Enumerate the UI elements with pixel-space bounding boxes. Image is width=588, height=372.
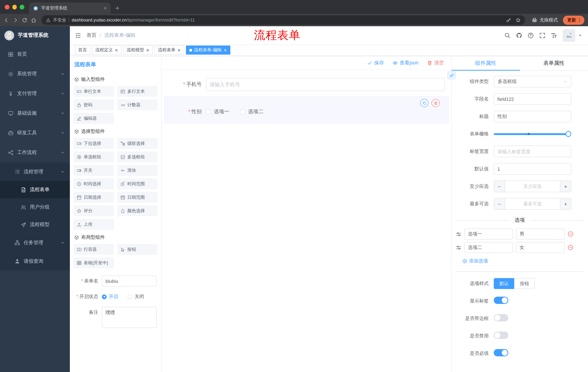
fullscreen-icon[interactable] [539, 32, 546, 38]
browser-menu-icon[interactable] [577, 18, 582, 22]
component-密码[interactable]: 密码 [74, 99, 114, 110]
slider-handle[interactable] [566, 131, 571, 137]
avatar-caret-icon[interactable] [578, 33, 582, 37]
sidebar-item-支付管理[interactable]: 支付管理 [0, 84, 70, 103]
component-日期范围[interactable]: 日期范围 [117, 192, 158, 203]
field-name-input[interactable] [494, 93, 571, 105]
bookmark-star-icon[interactable] [515, 18, 521, 22]
form-remark-textarea[interactable]: 嘿嘿 [102, 307, 157, 328]
remove-option-icon[interactable] [568, 244, 573, 250]
add-option-button[interactable]: 添加选项 [452, 255, 588, 265]
gender-option-2-checkbox[interactable]: 选项二 [240, 108, 263, 115]
update-button[interactable]: 更新 [563, 15, 584, 25]
tab-close-icon[interactable] [103, 6, 107, 10]
not-secure-warning-icon[interactable] [46, 18, 51, 22]
option-value-input[interactable] [516, 242, 565, 253]
switch-是否必填[interactable] [494, 349, 508, 356]
window-zoom-button[interactable] [20, 5, 24, 9]
sidebar-item-用户分组[interactable]: 用户分组 [0, 198, 70, 216]
component-按钮[interactable]: 按钮 [117, 244, 158, 255]
component-多行文本[interactable]: 多行文本 [117, 86, 158, 97]
action-查看json[interactable]: 查看json [393, 60, 419, 66]
default-value-input[interactable] [494, 163, 571, 175]
component-日期选择[interactable]: 日期选择 [74, 192, 114, 203]
form-name-input[interactable] [102, 276, 157, 287]
user-avatar[interactable] [563, 29, 575, 42]
component-颜色选择[interactable]: 颜色选择 [117, 205, 158, 216]
component-编辑器[interactable]: 编辑器 [74, 113, 114, 124]
sidebar-fold-icon[interactable] [75, 32, 81, 38]
status-on-radio[interactable]: 开启 [102, 293, 118, 300]
grid-slider[interactable] [494, 128, 571, 140]
help-icon[interactable] [528, 32, 534, 38]
sidebar-item-首页[interactable]: 首页 [0, 44, 70, 64]
stepper-decrease-button[interactable]: − [494, 181, 505, 192]
search-icon[interactable] [504, 32, 511, 38]
new-tab-button[interactable] [115, 6, 120, 11]
tag-首页[interactable]: 首页 [75, 45, 90, 55]
sidebar-item-研发工具[interactable]: 研发工具 [0, 123, 70, 143]
address-bar[interactable]: 不安全 dashboard.yudao.iocoder.cn/bpm/manag… [42, 15, 525, 25]
copy-component-button[interactable] [420, 99, 428, 107]
sidebar-item-请假查询[interactable]: 请假查询 [0, 252, 70, 270]
sidebar-item-流程管理[interactable]: 流程管理 [0, 162, 70, 181]
component-单行文本[interactable]: 单行文本 [74, 86, 114, 97]
home-button[interactable] [31, 17, 36, 23]
sidebar-item-系统管理[interactable]: 系统管理 [0, 64, 70, 84]
tag-流程模型[interactable]: 流程模型 [123, 45, 153, 55]
component-单选框组[interactable]: 单选框组 [74, 151, 114, 162]
component-type-select[interactable]: 多选框组 [494, 76, 571, 87]
password-key-icon[interactable] [506, 18, 511, 22]
slider-track[interactable] [494, 133, 568, 135]
window-close-button[interactable] [5, 5, 9, 9]
canvas-body[interactable]: *手机号 *性别 选项一 选项二 [162, 70, 451, 372]
canvas-field-gender[interactable]: *性别 选项一 选项二 [164, 96, 449, 124]
switch-是否禁用[interactable] [494, 332, 508, 339]
option-drag-icon[interactable] [456, 231, 461, 237]
component-时间范围[interactable]: 时间范围 [117, 178, 158, 189]
component-多选框组[interactable]: 多选框组 [117, 151, 158, 162]
option-value-input[interactable] [516, 229, 565, 240]
stepper-increase-button[interactable]: + [560, 198, 571, 209]
canvas-field-phone[interactable]: *手机号 [164, 74, 449, 95]
tag-close-icon[interactable] [146, 48, 149, 52]
tab-form-props[interactable]: 表单属性 [520, 56, 588, 70]
option-style-button-button[interactable]: 按钮 [514, 278, 535, 289]
component-评分[interactable]: 评分 [74, 205, 114, 216]
switch-显示标签[interactable] [494, 297, 508, 304]
component-上传[interactable]: 上传 [74, 219, 114, 230]
option-style-default-button[interactable]: 默认 [494, 278, 514, 289]
stepper-increase-button[interactable]: + [560, 181, 571, 192]
font-size-icon[interactable] [551, 32, 557, 38]
tag-流程表单[interactable]: 流程表单 [155, 45, 184, 55]
component-表格[开发中][interactable]: 表格[开发中] [74, 257, 114, 268]
label-width-input[interactable] [494, 146, 571, 157]
browser-tab[interactable]: 芋道管理系统 [29, 2, 111, 14]
gender-option-1-checkbox[interactable]: 选项一 [206, 108, 229, 115]
stepper-decrease-button[interactable]: − [494, 198, 505, 209]
sidebar-item-工作流程[interactable]: 工作流程 [0, 143, 70, 162]
tag-close-icon[interactable] [223, 48, 227, 52]
sidebar-item-流程模型[interactable]: 流程模型 [0, 216, 70, 233]
tag-close-icon[interactable] [115, 48, 118, 52]
component-下拉选择[interactable]: 下拉选择 [74, 138, 114, 149]
action-保存[interactable]: 保存 [367, 60, 384, 66]
component-计数器[interactable]: 123计数器 [117, 99, 158, 110]
tag-流程定义[interactable]: 流程定义 [92, 45, 122, 55]
window-minimize-button[interactable] [12, 5, 17, 9]
option-drag-icon[interactable] [456, 245, 461, 250]
option-label-input[interactable] [464, 229, 513, 240]
remove-option-icon[interactable] [568, 231, 573, 237]
reload-button[interactable] [22, 17, 27, 23]
switch-是否带边框[interactable] [494, 314, 508, 321]
tab-component-props[interactable]: 组件属性 [452, 56, 520, 70]
sidebar-item-基础设施[interactable]: 基础设施 [0, 103, 70, 123]
forward-button[interactable] [13, 17, 18, 23]
breadcrumb-home[interactable]: 首页 [87, 32, 96, 39]
back-button[interactable] [4, 17, 9, 23]
component-级联选择[interactable]: 级联选择 [117, 138, 158, 149]
tag-close-icon[interactable] [177, 48, 181, 52]
status-off-radio[interactable]: 关闭 [128, 293, 144, 300]
component-滑块[interactable]: 滑块 [117, 165, 158, 176]
component-行容器[interactable]: 行容器 [74, 244, 114, 255]
